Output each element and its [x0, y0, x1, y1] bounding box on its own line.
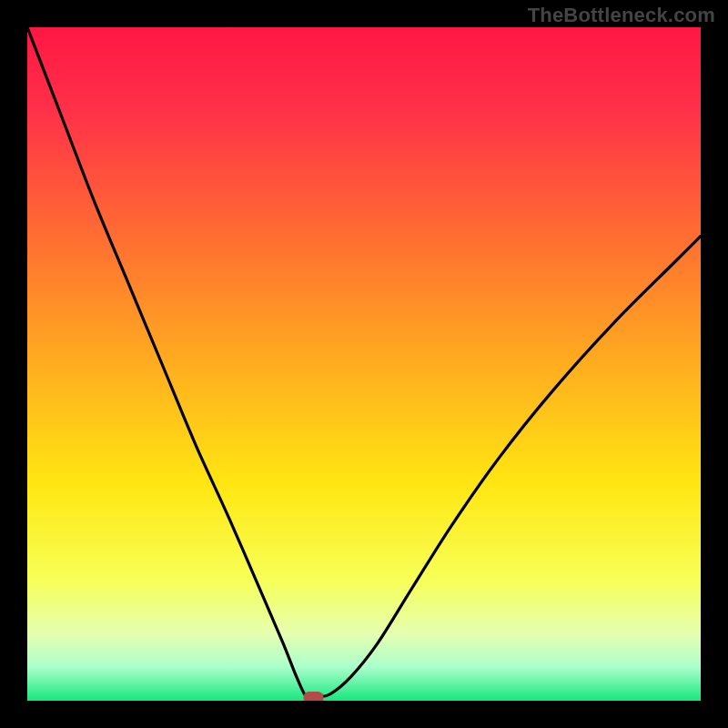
chart-stage: TheBottleneck.com — [0, 0, 728, 728]
minimum-marker — [304, 692, 324, 701]
watermark-text: TheBottleneck.com — [528, 4, 715, 27]
gradient-background — [27, 27, 701, 701]
plot-area — [27, 27, 701, 701]
chart-svg — [27, 27, 701, 701]
